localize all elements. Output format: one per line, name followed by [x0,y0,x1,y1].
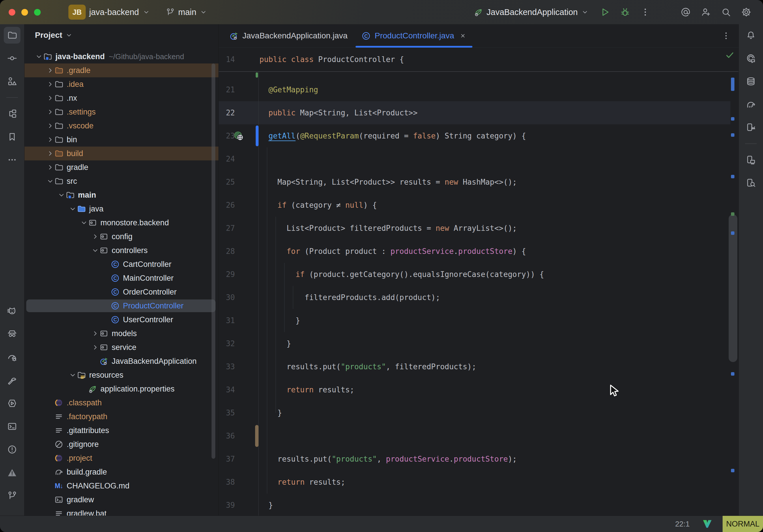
tree-item--gitignore[interactable]: .gitignore [25,437,218,451]
chevron-right-icon[interactable] [46,66,54,74]
tree-item-gradlew[interactable]: gradlew [25,493,218,507]
tab-productcontroller-java[interactable]: C ProductController.java [354,24,473,47]
tree-item--nx[interactable]: .nx [25,91,218,105]
settings-button[interactable] [739,5,754,20]
project-widget[interactable]: JB java-backend [68,5,150,20]
gutter[interactable]: 37 [219,448,260,471]
chevron-down-icon[interactable] [69,205,77,213]
bookmarks-tool-button[interactable] [4,128,21,145]
request-mapping-icon[interactable] [233,130,244,141]
tree-item-monostore-backend[interactable]: monostore.backend [25,216,218,230]
device-manager-button[interactable] [742,119,759,136]
gutter[interactable]: 31 [219,309,260,332]
gutter[interactable]: 39 [219,494,260,516]
more-tool-windows-button[interactable] [4,152,21,168]
vim-mode-badge[interactable]: NORMAL [722,516,763,532]
notifications-button[interactable] [742,27,759,44]
chevron-right-icon[interactable] [46,163,54,171]
tree-item-build[interactable]: build [25,147,218,160]
run-button[interactable] [598,5,612,20]
tree-item-gradlew-bat[interactable]: gradlew.bat [25,507,218,516]
code-area[interactable]: 21@GetMapping22public Map<String, List<P… [219,72,738,516]
tree-item--gradle[interactable]: .gradle [25,63,218,77]
tree-item-javabackendapplication[interactable]: JavaBackendApplication [25,354,218,368]
chevron-down-icon[interactable] [69,371,77,379]
chevron-right-icon[interactable] [46,80,54,88]
tree-item--gitattributes[interactable]: .gitattributes [25,424,218,437]
tree-item-build-gradle[interactable]: build.gradle [25,465,218,479]
tree-item-usercontroller[interactable]: CUserController [25,313,218,327]
chevron-right-icon[interactable] [46,94,54,102]
ideavim-icon[interactable] [703,519,712,529]
dependencies-tool-button[interactable] [4,105,21,122]
gutter[interactable]: 34 [219,378,260,401]
gutter[interactable]: 38 [219,471,260,494]
error-stripe-mark[interactable] [731,78,734,91]
project-panel-header[interactable]: Project [25,24,218,46]
chevron-down-icon[interactable] [57,191,65,199]
close-window-button[interactable] [9,9,15,16]
gutter[interactable]: 30 [219,286,260,309]
tree-item-service[interactable]: service [25,341,218,354]
structure-tool-button[interactable] [4,73,21,90]
gutter[interactable]: 21 [219,78,260,101]
device-explorer-button[interactable] [742,174,759,191]
tree-item-models[interactable]: models [25,327,218,341]
gutter[interactable]: 33 [219,355,260,378]
gutter[interactable]: 27 [219,217,260,240]
project-tool-button[interactable] [4,27,21,44]
tree-item-productcontroller[interactable]: CProductController [25,299,218,313]
running-devices-button[interactable] [742,152,759,168]
chevron-down-icon[interactable] [46,177,54,185]
gutter[interactable]: 23 [219,124,260,148]
error-stripe-mark[interactable] [731,117,734,121]
project-tree-scrollbar[interactable] [212,63,215,459]
gutter[interactable]: 35 [219,401,260,424]
tree-item--settings[interactable]: .settings [25,105,218,119]
tree-item-controllers[interactable]: controllers [25,244,218,257]
tree-item-java-backend[interactable]: java-backend~/Github/java-backend [25,50,218,63]
tab-options-kebab-icon[interactable] [721,31,731,41]
error-stripe-mark[interactable] [731,175,734,178]
gutter[interactable]: 24 [219,148,260,170]
database-tool-button[interactable] [742,73,759,90]
more-run-options-button[interactable] [638,5,653,20]
problems-tool-button[interactable] [4,441,21,458]
chevron-down-icon[interactable] [91,246,99,255]
gutter[interactable]: 26 [219,194,260,217]
tree-item--idea[interactable]: .idea [25,77,218,91]
tree-item-resources[interactable]: resources [25,368,218,382]
commit-tool-button[interactable] [4,50,21,67]
error-stripe-mark[interactable] [731,212,734,216]
tree-item-cartcontroller[interactable]: CCartController [25,257,218,271]
error-stripe-mark[interactable] [731,469,734,472]
build-tool-button[interactable] [4,372,21,388]
zoom-window-button[interactable] [34,9,41,16]
chevron-down-icon[interactable] [80,219,88,227]
tree-item-bin[interactable]: bin [25,133,218,147]
tree-item-application-properties[interactable]: application.properties [25,382,218,396]
minimize-window-button[interactable] [21,9,28,16]
chevron-right-icon[interactable] [46,150,54,158]
tree-item-changelog-md[interactable]: M↓CHANGELOG.md [25,479,218,493]
tree-item-java[interactable]: java [25,202,218,216]
gutter[interactable]: 36 [219,424,260,448]
chevron-down-icon[interactable] [35,53,43,60]
profiler-tool-button[interactable] [4,349,21,366]
search-everywhere-button[interactable] [718,5,733,20]
services-tool-button[interactable] [4,395,21,412]
tree-item--factorypath[interactable]: .factorypath [25,410,218,424]
gutter[interactable]: 22 [219,101,260,124]
chevron-right-icon[interactable] [46,122,54,130]
error-stripe-mark[interactable] [731,231,734,235]
tab-javabackendapplication-java[interactable]: JavaBackendApplication.java [222,24,354,47]
chevron-right-icon[interactable] [91,233,99,241]
gutter[interactable]: 14 [219,48,260,71]
chevron-right-icon[interactable] [91,330,99,338]
chevron-right-icon[interactable] [91,343,99,351]
gutter[interactable]: 32 [219,332,260,355]
inspections-ok-icon[interactable] [725,50,735,60]
run-configuration-widget[interactable]: JavaBackendApplication [474,8,589,17]
terminal-tool-button[interactable] [4,418,21,435]
copilot-tool-button[interactable] [4,326,21,343]
